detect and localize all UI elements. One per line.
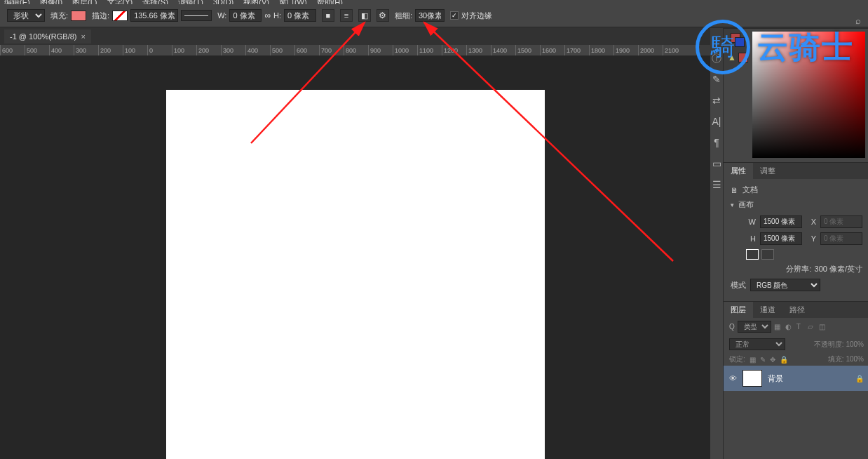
prop-y-label: Y	[806, 234, 816, 243]
tab-properties[interactable]: 属性	[724, 163, 753, 179]
fill-swatch[interactable]	[71, 11, 86, 21]
layer-fill-value: 100%	[846, 355, 864, 363]
filter-smart-icon[interactable]: ◫	[819, 323, 827, 331]
lock-label: 锁定:	[729, 354, 745, 364]
fg-bg-swatch[interactable]	[731, 33, 745, 47]
layer-item-background[interactable]: 背景	[724, 366, 868, 391]
blend-mode-select[interactable]: 正常	[729, 338, 785, 350]
align-icon[interactable]: ≡	[340, 9, 353, 22]
filter-type-icon[interactable]: T	[796, 323, 805, 331]
lock-position-icon[interactable]: ✥	[770, 356, 775, 364]
right-panels: ⓘ ✎ ⇄ A| ¶ ▭ ☰ ▲ 属性 调整 🗎文档 画布	[710, 28, 868, 459]
notes-icon[interactable]: ☰	[710, 179, 723, 192]
menu-select[interactable]: 选择(S)	[142, 0, 168, 4]
stroke-swatch[interactable]	[112, 11, 128, 21]
properties-canvas-label: 画布	[738, 199, 754, 210]
stroke-width-input[interactable]	[130, 9, 178, 22]
align-edges-label: 对齐边缘	[461, 11, 492, 21]
color-mode-select[interactable]: RGB 颜色	[750, 279, 820, 291]
collapsed-panel-icons: ⓘ ✎ ⇄ A| ¶ ▭ ☰	[710, 28, 724, 459]
stroke-label: 描边:	[92, 11, 109, 21]
tab-adjustments[interactable]: 调整	[753, 163, 782, 179]
width-input[interactable]	[229, 9, 262, 22]
properties-panel: 属性 调整 🗎文档 画布 W X H Y 分辨率	[724, 162, 868, 301]
ruler-horizontal: 6005004003002001000100200300400500600700…	[0, 45, 710, 56]
stroke-style-select[interactable]	[181, 10, 212, 21]
shape-mode-select[interactable]: 形状	[7, 9, 45, 22]
canvas-width-input[interactable]	[760, 215, 802, 228]
menu-edit[interactable]: 编辑(E)	[4, 0, 30, 4]
search-icon[interactable]	[855, 15, 861, 26]
layer-fill-label: 填充:	[828, 355, 844, 363]
workspace: 6005004003002001000100200300400500600700…	[0, 45, 710, 459]
document-icon: 🗎	[731, 186, 738, 194]
menu-filter[interactable]: 滤镜(T)	[178, 0, 203, 4]
lock-all-icon[interactable]: 🔒	[780, 356, 788, 364]
link-wh-icon[interactable]	[264, 11, 271, 20]
thickness-input[interactable]	[415, 9, 445, 22]
canvas-y-input	[820, 232, 862, 245]
character-icon[interactable]: A|	[710, 116, 723, 128]
menu-view[interactable]: 视图(V)	[243, 0, 269, 4]
prop-w-label: W	[746, 218, 756, 226]
close-icon[interactable]: ×	[81, 32, 86, 41]
filter-adjust-icon[interactable]: ◐	[785, 323, 794, 331]
fill-label: 填充:	[50, 11, 68, 21]
info-icon[interactable]: ⓘ	[710, 53, 723, 65]
adjustments-icon[interactable]: ⇄	[710, 95, 723, 107]
paragraph-icon[interactable]: ¶	[710, 137, 723, 149]
path-ops-icon[interactable]: ■	[322, 9, 334, 22]
resolution-label: 分辨率:	[786, 264, 811, 274]
layer-thumbnail[interactable]	[742, 370, 762, 387]
prop-x-label: X	[806, 218, 816, 226]
color-panel: ▲	[724, 28, 868, 162]
canvas-x-input	[820, 215, 862, 228]
canvas-height-input[interactable]	[760, 232, 802, 245]
prop-h-label: H	[746, 234, 756, 243]
height-input[interactable]	[284, 9, 316, 22]
visibility-icon[interactable]	[729, 374, 737, 382]
mode-label: 模式	[731, 280, 746, 291]
layer-filter-type[interactable]: 类型	[738, 321, 771, 333]
thickness-label: 粗细:	[395, 11, 412, 21]
width-label: W:	[217, 11, 226, 20]
resolution-value: 300 像素/英寸	[815, 264, 862, 274]
tab-layers[interactable]: 图层	[724, 302, 753, 318]
canvas-area[interactable]	[0, 56, 710, 459]
lock-brush-icon[interactable]: ✎	[760, 356, 766, 364]
align-edges-checkbox[interactable]	[450, 11, 459, 20]
document-tab[interactable]: -1 @ 100%(RGB/8) ×	[4, 29, 91, 44]
brush-settings-icon[interactable]: ✎	[710, 74, 723, 86]
tab-paths[interactable]: 路径	[782, 302, 812, 318]
orientation-landscape-button[interactable]	[761, 249, 774, 260]
document-tab-title: -1 @ 100%(RGB/8)	[10, 32, 77, 41]
arrange-icon[interactable]: ◧	[358, 9, 371, 22]
menu-image[interactable]: 图像(I)	[40, 0, 62, 4]
tab-channels[interactable]: 通道	[753, 302, 782, 318]
gear-icon[interactable]	[377, 9, 389, 22]
layers-panel: 图层 通道 路径 Q类型 ▦ ◐ T ▱ ◫ 正常 不透明度: 100% 锁定:…	[724, 301, 868, 391]
filter-shape-icon[interactable]: ▱	[808, 323, 816, 331]
options-bar: 形状 填充: 描边: W: H: ■ ≡ ◧ 粗细: 对齐边缘	[0, 4, 868, 27]
layer-name: 背景	[768, 373, 783, 384]
menu-3d[interactable]: 3D(D)	[213, 0, 233, 4]
properties-doc-label: 文档	[742, 185, 758, 195]
orientation-portrait-button[interactable]	[746, 249, 759, 260]
menu-help[interactable]: 帮助(H)	[317, 0, 343, 4]
height-label: H:	[273, 11, 281, 20]
menu-layer[interactable]: 图层(L)	[72, 0, 97, 4]
lock-transparent-icon[interactable]: ▦	[750, 356, 756, 364]
filter-pixel-icon[interactable]: ▦	[774, 323, 782, 331]
opacity-value: 100%	[846, 340, 864, 348]
gamut-warning-icon: ▲	[728, 53, 736, 62]
opacity-label: 不透明度:	[814, 340, 844, 348]
library-icon[interactable]: ▭	[710, 158, 723, 171]
color-picker-field[interactable]	[752, 32, 865, 158]
menu-window[interactable]: 窗口(W)	[279, 0, 307, 4]
canvas-document[interactable]	[166, 90, 545, 459]
lock-icon	[855, 374, 864, 382]
menu-type[interactable]: 文字(Y)	[107, 0, 133, 4]
current-color-swatch[interactable]	[738, 53, 748, 62]
